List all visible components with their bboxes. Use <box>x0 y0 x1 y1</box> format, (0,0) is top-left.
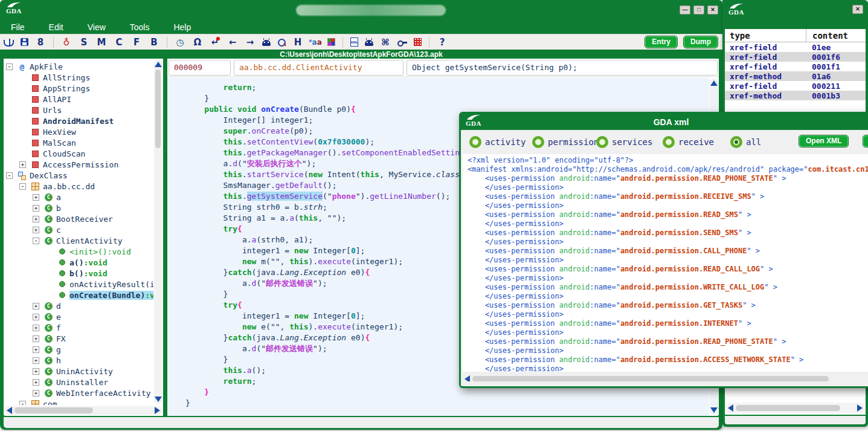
class-name-box[interactable]: aa.bb.cc.dd.ClientActivity <box>234 60 403 76</box>
table-row[interactable]: xref-method0001b3 <box>725 91 866 100</box>
apk-icon[interactable] <box>365 40 373 46</box>
method-signature-box[interactable]: Object getSystemService(String p0); <box>407 60 718 76</box>
radio-icon[interactable] <box>596 136 608 148</box>
tree-item[interactable]: +BootReceiver <box>4 213 153 224</box>
table-row[interactable]: xref-method01a6 <box>725 71 866 81</box>
open-xml-button[interactable]: Open XML <box>799 135 848 147</box>
xml-manifest-icon[interactable]: XML <box>350 37 358 47</box>
expand-icon[interactable]: + <box>33 216 39 222</box>
menu-view[interactable]: View <box>88 22 106 32</box>
grid-icon[interactable] <box>414 38 422 46</box>
scroll-thumb[interactable] <box>155 70 161 148</box>
expand-icon[interactable]: + <box>33 227 39 233</box>
search-doc-icon[interactable] <box>277 38 286 47</box>
tree-item[interactable]: +a <box>4 192 153 203</box>
menu-tools[interactable]: Tools <box>130 22 150 32</box>
forward-icon[interactable]: → <box>245 37 256 48</box>
shortcut-keys-icon[interactable]: ⌘ <box>380 37 391 48</box>
tree-item[interactable]: -@ApkFile <box>4 61 153 72</box>
xref-horizontal-scrollbar[interactable] <box>726 403 864 413</box>
rename-icon[interactable]: aa <box>310 37 321 48</box>
method-address-box[interactable]: 000009 <box>169 60 231 76</box>
key-icon[interactable] <box>397 40 407 45</box>
scroll-thumb[interactable] <box>736 405 840 411</box>
filter-radio-all[interactable]: all <box>730 136 761 148</box>
table-row[interactable]: xref-field01ee <box>725 42 866 52</box>
collapse-icon[interactable]: - <box>19 401 26 406</box>
scroll-right-arrow[interactable] <box>155 407 160 414</box>
expand-icon[interactable]: + <box>33 357 39 364</box>
tree-item[interactable]: MalScan <box>4 137 153 148</box>
tree-item[interactable]: +Uninstaller <box>4 377 153 387</box>
tree-item[interactable]: Urls <box>4 105 153 115</box>
tree-item[interactable]: HexView <box>4 126 153 137</box>
radio-icon[interactable] <box>532 136 544 148</box>
tree-item[interactable]: AllAPI <box>4 94 153 105</box>
clipped-button[interactable] <box>863 135 868 147</box>
entry-button[interactable]: Entry <box>645 36 677 48</box>
expand-icon[interactable]: + <box>19 161 26 168</box>
tree-item[interactable]: +UninActivity <box>4 366 153 377</box>
methods-icon[interactable]: M <box>96 37 107 48</box>
tree-item[interactable]: +FX <box>4 333 153 344</box>
save-icon[interactable] <box>21 38 28 46</box>
code-line[interactable]: } <box>185 387 709 398</box>
filter-radio-services[interactable]: services <box>596 136 652 148</box>
xml-titlebar[interactable]: GDA GDA xml <box>461 114 868 130</box>
code-line[interactable]: return; <box>185 82 709 93</box>
tree-item[interactable]: +d <box>4 300 153 311</box>
scroll-up-arrow[interactable] <box>155 62 162 67</box>
classes-icon[interactable]: C <box>114 37 124 48</box>
tree-item[interactable]: -DexClass <box>4 170 153 181</box>
tree-item[interactable]: CloudScan <box>4 148 153 159</box>
tree-item[interactable]: <init>():void <box>4 246 153 257</box>
menu-file[interactable]: File <box>11 22 25 32</box>
filter-radio-activity[interactable]: activity <box>469 136 526 148</box>
scroll-down-arrow[interactable] <box>155 397 162 402</box>
filter-radio-receive[interactable]: receive <box>663 136 714 148</box>
tree-item[interactable]: AllStrings <box>4 72 153 83</box>
radio-icon[interactable] <box>730 136 742 148</box>
string-link-icon[interactable]: 8 <box>35 37 46 48</box>
back-icon[interactable]: ← <box>227 37 238 48</box>
tree-vertical-scrollbar[interactable] <box>154 60 162 404</box>
column-header-content[interactable]: content <box>806 29 866 42</box>
tree-item[interactable]: +AccessPermission <box>4 159 153 170</box>
help-icon[interactable]: ? <box>437 37 448 48</box>
tree-item[interactable]: onActivityResult(i <box>4 279 153 290</box>
column-header-type[interactable]: type <box>725 31 806 41</box>
menu-help[interactable]: Help <box>173 22 191 32</box>
tree-item[interactable]: +h <box>4 355 153 366</box>
collapse-icon[interactable]: - <box>6 63 13 70</box>
expand-icon[interactable]: + <box>33 325 39 331</box>
minimize-icon[interactable]: — <box>680 5 690 15</box>
collapse-icon[interactable]: - <box>19 183 26 190</box>
bytecode-icon[interactable]: B <box>149 37 159 48</box>
radio-icon[interactable] <box>469 136 481 148</box>
tree-item[interactable]: +f <box>4 322 153 333</box>
expand-icon[interactable]: + <box>33 194 39 201</box>
tree-item[interactable]: -ClientActivity <box>4 235 153 246</box>
tree-item[interactable]: +e <box>4 311 153 322</box>
menu-edit[interactable]: Edit <box>49 22 63 32</box>
expand-icon[interactable]: + <box>33 303 39 309</box>
scroll-up-arrow[interactable] <box>710 80 718 86</box>
tree-item[interactable]: a():void <box>4 257 153 268</box>
entry-point-icon[interactable]: ↵ <box>210 37 220 48</box>
expand-icon[interactable]: + <box>33 379 39 386</box>
history-icon[interactable]: ◷ <box>175 37 185 48</box>
expand-icon[interactable]: + <box>33 390 39 397</box>
tree-item[interactable]: -com <box>4 398 153 405</box>
tree-item[interactable]: -aa.bb.cc.dd <box>4 181 153 192</box>
panel-divider[interactable] <box>163 59 167 416</box>
close-icon[interactable]: ✕ <box>852 5 863 14</box>
expand-icon[interactable]: + <box>33 205 39 212</box>
expand-icon[interactable]: + <box>33 314 39 320</box>
dump-button[interactable]: Dump <box>684 36 718 48</box>
android-head-icon[interactable] <box>262 40 271 46</box>
scroll-left-arrow[interactable] <box>728 404 733 412</box>
open-file-icon[interactable] <box>4 40 14 47</box>
hex-view-icon[interactable]: H <box>292 37 303 48</box>
collapse-icon[interactable]: - <box>33 238 39 244</box>
manifest-xml-view[interactable]: <?xml version="1.0" encoding="utf-8"?><m… <box>463 154 868 372</box>
